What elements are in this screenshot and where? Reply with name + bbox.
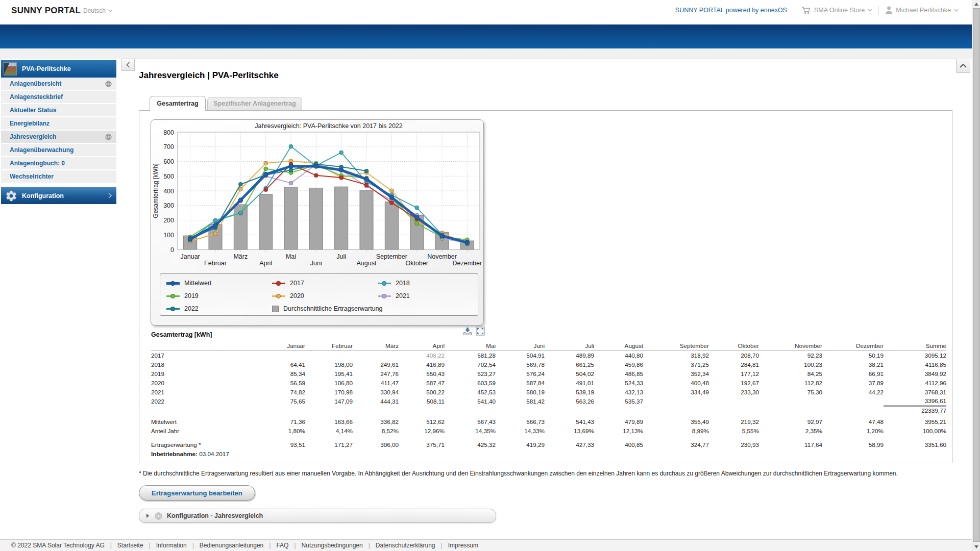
cell: 247,76 <box>353 369 399 378</box>
tab-spezifischer-anlagenertrag[interactable]: Spezifischer Anlagenertrag <box>207 97 302 110</box>
cell: 408,22 <box>399 350 445 360</box>
scrollbar-up-arrow[interactable] <box>974 3 978 6</box>
cell: 334,49 <box>643 387 709 396</box>
cell: 504,91 <box>496 350 545 360</box>
footer-link[interactable]: Impressum <box>448 542 478 549</box>
cell: 425,32 <box>445 440 496 449</box>
svg-text:Juni: Juni <box>310 260 322 267</box>
scrollbar[interactable] <box>972 0 980 551</box>
sidebar-item-jahresvergleich[interactable]: Jahresvergleich <box>1 131 116 143</box>
sma-online-store-link[interactable]: SMA Online Store <box>801 6 872 15</box>
edit-yield-expectation-button[interactable]: Ertragserwartung bearbeiten <box>139 485 255 500</box>
column-header: Mai <box>445 341 496 350</box>
powered-by-link[interactable]: SUNNY PORTAL powered by ennexOS <box>675 7 787 14</box>
svg-text:800: 800 <box>163 129 174 136</box>
sidebar-collapse-button[interactable] <box>121 59 135 71</box>
cell: 47,48 <box>822 417 884 426</box>
cell: 93,51 <box>238 440 305 449</box>
column-header: Juni <box>496 341 545 350</box>
sidebar-item-konfiguration[interactable]: Konfiguration <box>1 187 116 204</box>
cell: 8,52% <box>353 426 399 435</box>
sidebar-item-anlagen-bersicht[interactable]: Anlagenübersicht <box>1 78 116 90</box>
scrollbar-down-arrow[interactable] <box>974 545 978 548</box>
plant-name: PVA-Perlitschke <box>22 65 71 72</box>
footer-link[interactable]: Datenschutzerklärung <box>376 542 435 549</box>
cell: 177,12 <box>709 369 759 378</box>
cell: 432,13 <box>594 387 643 396</box>
commissioning-label: Inbetriebnahme: <box>151 450 198 457</box>
cell: 541,40 <box>445 396 496 406</box>
sunny-portal-logo[interactable]: SUNNY PORTAL <box>11 6 81 16</box>
cell: 58,99 <box>822 440 884 449</box>
footer-link[interactable]: Nutzungsbedingungen <box>302 542 363 549</box>
footer-separator: | <box>149 542 151 549</box>
page-title: Jahresvergleich | PVA-Perlitschke <box>139 70 279 81</box>
column-header: März <box>353 341 399 350</box>
config-section-label: Konfiguration - Jahresvergleich <box>167 512 263 519</box>
svg-text:April: April <box>259 260 272 267</box>
cell: 416,89 <box>399 360 445 369</box>
grand-total-value: 22339,77 <box>884 406 946 415</box>
summary-row: Anteil Jahr1,80%4,14%8,52%12,96%14,35%14… <box>151 426 946 435</box>
sidebar-item-wechselrichter[interactable]: Wechselrichter <box>1 170 116 183</box>
row-label: 2021 <box>151 387 238 396</box>
cell <box>759 396 822 406</box>
user-menu[interactable]: Michael Perlitschke <box>885 6 959 14</box>
commissioning-row: Inbetriebnahme: 03.04.2017 <box>151 449 946 458</box>
cell: 230,93 <box>709 440 759 449</box>
yield-table: JanuarFebruarMärzAprilMaiJuniJuliAugustS… <box>151 341 946 458</box>
legend-label: 2019 <box>184 292 199 299</box>
footer-link[interactable]: Startseite <box>117 542 143 549</box>
cell: 219,32 <box>709 417 759 426</box>
svg-text:300: 300 <box>163 202 174 209</box>
sidebar-item-aktueller-status[interactable]: Aktueller Status <box>1 104 116 116</box>
sidebar-item-anlagenlogbuch-[interactable]: Anlagenlogbuch: 0 <box>1 157 116 169</box>
footer-separator: | <box>369 542 370 549</box>
row-label: 2019 <box>151 369 238 378</box>
sidebar-item-energiebilanz[interactable]: Energiebilanz <box>1 117 116 130</box>
svg-text:Jahresvergleich: PVA-Perlitsch: Jahresvergleich: PVA-Perlitschke von 201… <box>255 122 403 130</box>
cell: 56,59 <box>238 378 305 387</box>
cell: 44,22 <box>822 387 884 396</box>
cell: 106,80 <box>305 378 353 387</box>
svg-text:500: 500 <box>163 173 174 180</box>
cell: 375,71 <box>399 440 445 449</box>
cell: 84,25 <box>759 369 822 378</box>
sidebar-item-label: Anlagensteckbrief <box>10 93 63 101</box>
chevron-down-icon <box>954 9 959 12</box>
sidebar-item-label: Energiebilanz <box>10 120 50 127</box>
gear-icon <box>5 190 17 202</box>
cell: 352,34 <box>643 369 709 378</box>
language-selector[interactable]: Deutsch <box>83 7 113 14</box>
cell: 580,19 <box>496 387 545 396</box>
footer-separator: | <box>110 542 112 549</box>
cell: 427,33 <box>545 440 594 449</box>
cell: 1,20% <box>822 426 884 435</box>
plant-header[interactable]: PVA-Perlitschke <box>1 60 116 78</box>
sidebar-item-label: Wechselrichter <box>10 173 54 180</box>
cell: 75,65 <box>238 396 305 406</box>
svg-text:700: 700 <box>163 143 174 151</box>
cell: 75,30 <box>759 387 822 396</box>
tab-gesamtertrag[interactable]: Gesamtertrag <box>150 96 206 111</box>
footer-link[interactable]: Information <box>156 542 187 549</box>
svg-text:Oktober: Oktober <box>405 260 428 267</box>
scrollbar-thumb[interactable] <box>973 8 980 542</box>
konfiguration-label: Konfiguration <box>22 192 64 199</box>
cell: 336,82 <box>353 417 399 426</box>
cell: 512,62 <box>399 417 445 426</box>
chart-legend: Mittelwert201720182019202020212022Durchs… <box>160 273 478 316</box>
footer-separator: | <box>294 542 296 549</box>
footer-link[interactable]: Bedienungsanleitungen <box>200 542 263 549</box>
cell: 491,01 <box>545 378 594 387</box>
sidebar-item-anlagen-berwachung[interactable]: Anlagenüberwachung <box>1 144 116 156</box>
config-section-toggle[interactable]: Konfiguration - Jahresvergleich <box>139 509 496 523</box>
cell: 581,28 <box>445 350 496 360</box>
cell: 587,84 <box>496 378 545 387</box>
sidebar-item-anlagensteckbrief[interactable]: Anlagensteckbrief <box>1 91 116 103</box>
scroll-top-button[interactable] <box>956 59 970 73</box>
svg-text:200: 200 <box>163 217 174 224</box>
cell: 233,30 <box>709 387 759 396</box>
footer-link[interactable]: FAQ <box>276 542 288 549</box>
summary-row: Ertragserwartung *93,51171,27306,00375,7… <box>151 440 946 449</box>
